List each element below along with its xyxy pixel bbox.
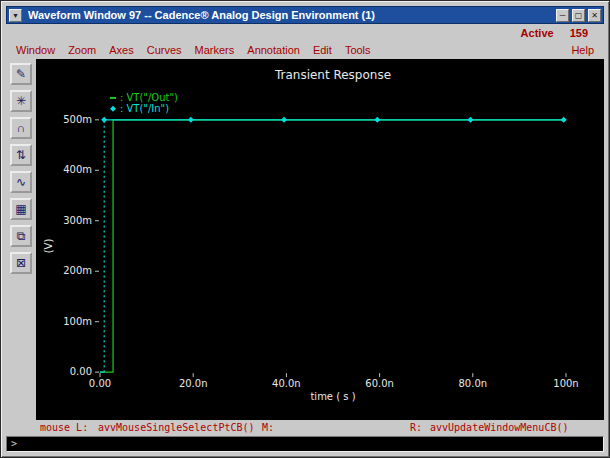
delete-window-icon: ⊠ — [16, 257, 26, 269]
svg-text:time ( s ): time ( s ) — [310, 391, 355, 402]
close-icon: ✕ — [591, 11, 598, 20]
vertical-markers-icon: ⇅ — [16, 149, 26, 161]
svg-text:100n: 100n — [553, 378, 578, 389]
svg-text:Transient Response: Transient Response — [274, 68, 391, 82]
title-bar[interactable]: ▼ Waveform Window 97 -- Cadence® Analog … — [6, 6, 604, 24]
pen-button[interactable]: ✎ — [10, 63, 32, 85]
menu-markers[interactable]: Markers — [195, 44, 235, 56]
svg-text:300m: 300m — [63, 215, 92, 226]
window-menu-button[interactable]: ▼ — [9, 9, 22, 22]
menu-annotation[interactable]: Annotation — [247, 44, 300, 56]
menu-window[interactable]: Window — [16, 44, 55, 56]
pen-icon: ✎ — [16, 68, 26, 80]
waveform-plot[interactable]: Transient Response0.0020.0n40.0n60.0n80.… — [36, 59, 604, 420]
main-content: ✎ ✳ ∩ ⇅ ∿ ▦ ⧉ ⊠ Transient Response0.0020… — [6, 59, 604, 420]
svg-text:: VT("/In"): : VT("/In") — [120, 103, 169, 114]
window-title: Waveform Window 97 -- Cadence® Analog De… — [25, 9, 553, 21]
svg-text:40.0n: 40.0n — [272, 378, 301, 389]
svg-text:400m: 400m — [63, 164, 92, 175]
prompt-caret: > — [11, 438, 17, 449]
svg-text:100m: 100m — [63, 316, 92, 327]
waveform-window: ▼ Waveform Window 97 -- Cadence® Analog … — [0, 0, 610, 458]
svg-text:20.0n: 20.0n — [179, 378, 208, 389]
svg-text:60.0n: 60.0n — [365, 378, 394, 389]
svg-text:500m: 500m — [63, 114, 92, 125]
pan-button[interactable]: ∩ — [10, 117, 32, 139]
minimize-button[interactable]: ─ — [556, 9, 569, 22]
active-label: Active — [521, 27, 554, 39]
zoom-fit-button[interactable]: ✳ — [10, 90, 32, 112]
waveform-plot-svg: Transient Response0.0020.0n40.0n60.0n80.… — [36, 59, 604, 420]
mouse-right-binding: avvUpdateWindowMenuCB() — [430, 422, 568, 433]
pan-icon: ∩ — [17, 122, 26, 134]
zoom-fit-icon: ✳ — [16, 95, 26, 107]
menu-bar: Window Zoom Axes Curves Markers Annotati… — [6, 41, 604, 59]
menu-curves[interactable]: Curves — [147, 44, 182, 56]
svg-text:: VT("/Out"): : VT("/Out") — [120, 92, 178, 103]
active-count: 159 — [570, 27, 588, 39]
svg-text:200m: 200m — [63, 265, 92, 276]
maximize-icon: ▢ — [575, 11, 583, 20]
menu-zoom[interactable]: Zoom — [68, 44, 96, 56]
menu-help[interactable]: Help — [571, 44, 594, 56]
delete-window-button[interactable]: ⊠ — [10, 252, 32, 274]
waveform-button[interactable]: ∿ — [10, 171, 32, 193]
active-status-row: Active 159 — [6, 24, 604, 41]
menu-tools[interactable]: Tools — [345, 44, 371, 56]
mouse-right-label: R: — [410, 422, 422, 433]
mouse-left-label: mouse L: — [40, 422, 88, 433]
vertical-markers-button[interactable]: ⇅ — [10, 144, 32, 166]
minimize-icon: ─ — [560, 11, 566, 20]
command-prompt[interactable]: > — [6, 436, 604, 452]
svg-text:0.00: 0.00 — [89, 378, 111, 389]
svg-text:(V): (V) — [43, 239, 54, 254]
maximize-button[interactable]: ▢ — [572, 9, 585, 22]
menu-edit[interactable]: Edit — [313, 44, 332, 56]
grid-icon: ▦ — [15, 203, 26, 215]
grid-button[interactable]: ▦ — [10, 198, 32, 220]
window-menu-icon: ▼ — [12, 12, 19, 19]
copy-window-icon: ⧉ — [17, 230, 26, 242]
svg-text:0.00: 0.00 — [70, 366, 92, 377]
status-bar: mouse L: avvMouseSingleSelectPtCB() M: R… — [6, 420, 604, 436]
waveform-icon: ∿ — [16, 176, 26, 188]
copy-window-button[interactable]: ⧉ — [10, 225, 32, 247]
svg-text:80.0n: 80.0n — [459, 378, 488, 389]
mouse-middle-label: M: — [262, 422, 274, 433]
menu-axes[interactable]: Axes — [109, 44, 133, 56]
close-button[interactable]: ✕ — [588, 9, 601, 22]
mouse-left-binding: avvMouseSingleSelectPtCB() — [98, 422, 255, 433]
tool-column: ✎ ✳ ∩ ⇅ ∿ ▦ ⧉ ⊠ — [6, 59, 36, 420]
